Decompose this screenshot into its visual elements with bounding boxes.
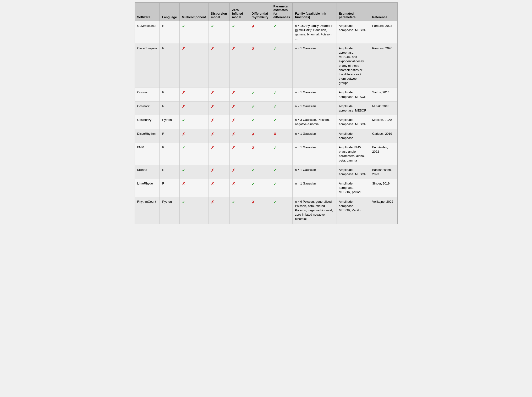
cell-differential: ✗ xyxy=(249,21,271,43)
cell-reference: Velikajne, 2022 xyxy=(370,197,397,224)
cell-dispersion: ✗ xyxy=(208,179,230,197)
cell-estimated_parameters: Amplitude, acrophase, MESOR xyxy=(336,88,370,101)
cross-icon: ✗ xyxy=(211,168,214,172)
cross-icon: ✗ xyxy=(211,200,214,204)
cell-zero_inflated: ✓ xyxy=(230,21,249,43)
cell-multicomponent: ✓ xyxy=(179,21,208,43)
cell-language: Python xyxy=(160,197,179,224)
check-icon: ✓ xyxy=(273,24,276,28)
cross-icon: ✗ xyxy=(252,146,255,150)
header-zero-inflated: Zero-inflated model xyxy=(230,3,249,21)
cell-software: DiscoRhythm xyxy=(135,129,160,143)
cell-software: Cosinor xyxy=(135,88,160,101)
cross-icon: ✗ xyxy=(211,47,214,51)
table-row: FMMR✓✗✗✗✓n = 1 GaussianAmplitude, FMM ph… xyxy=(135,143,397,165)
cell-language: R xyxy=(160,143,179,165)
header-software: Software xyxy=(135,3,160,21)
cell-family: n = 1 Gaussian xyxy=(292,88,336,101)
cell-dispersion: ✗ xyxy=(208,165,230,179)
check-icon: ✓ xyxy=(273,168,276,172)
cross-icon: ✗ xyxy=(211,132,214,136)
cell-differential: ✓ xyxy=(249,88,271,101)
cross-icon: ✗ xyxy=(211,105,214,109)
cell-parameter_estimates: ✓ xyxy=(271,143,292,165)
cell-multicomponent: ✗ xyxy=(179,101,208,115)
cell-differential: ✓ xyxy=(249,165,271,179)
cell-estimated_parameters: Amplitude, acrophase, MESOR xyxy=(336,101,370,115)
cell-dispersion: ✗ xyxy=(208,88,230,101)
cell-reference: Parsons, 2023 xyxy=(370,21,397,43)
check-icon: ✓ xyxy=(273,200,276,204)
cell-family: n = 1 Gaussian xyxy=(292,143,336,165)
cell-parameter_estimates: ✓ xyxy=(271,43,292,88)
cell-family: n = 1 Gaussian xyxy=(292,165,336,179)
table-row: GLMMcosinorR✓✓✓✗✓n > 15 Any family avila… xyxy=(135,21,397,43)
check-icon: ✓ xyxy=(252,182,255,186)
check-icon: ✓ xyxy=(252,168,255,172)
cell-parameter_estimates: ✓ xyxy=(271,165,292,179)
table-row: RhythmCountPython✓✗✓✗✓n = 6 Poisson, gen… xyxy=(135,197,397,224)
cell-reference: Carlucci, 2019 xyxy=(370,129,397,143)
cross-icon: ✗ xyxy=(182,182,185,186)
check-icon: ✓ xyxy=(273,182,276,186)
cell-parameter_estimates: ✓ xyxy=(271,115,292,129)
check-icon: ✓ xyxy=(273,47,276,51)
cross-icon: ✗ xyxy=(232,118,235,122)
cross-icon: ✗ xyxy=(182,132,185,136)
header-dispersion: Dispersion model xyxy=(208,3,230,21)
cell-multicomponent: ✓ xyxy=(179,165,208,179)
cell-parameter_estimates: ✓ xyxy=(271,179,292,197)
header-family: Family (available link functions) xyxy=(292,3,336,21)
cell-language: R xyxy=(160,88,179,101)
cross-icon: ✗ xyxy=(182,47,185,51)
header-language: Language xyxy=(160,3,179,21)
cell-zero_inflated: ✓ xyxy=(230,197,249,224)
comparison-table-wrapper: Software Language Multicomponent Dispers… xyxy=(135,2,398,224)
cross-icon: ✗ xyxy=(232,168,235,172)
cross-icon: ✗ xyxy=(252,24,255,28)
check-icon: ✓ xyxy=(182,146,185,150)
cell-multicomponent: ✓ xyxy=(179,197,208,224)
cross-icon: ✗ xyxy=(211,182,214,186)
cell-differential: ✗ xyxy=(249,143,271,165)
cell-reference: Sachs, 2014 xyxy=(370,88,397,101)
cell-language: R xyxy=(160,101,179,115)
check-icon: ✓ xyxy=(273,118,276,122)
cross-icon: ✗ xyxy=(252,132,255,136)
cell-multicomponent: ✗ xyxy=(179,179,208,197)
cross-icon: ✗ xyxy=(232,91,235,95)
cross-icon: ✗ xyxy=(273,132,276,136)
header-parameter-estimates: Parameter estimates for differences xyxy=(271,3,292,21)
table-row: LimoRhydeR✗✗✗✓✓n = 1 GaussianAmplitude, … xyxy=(135,179,397,197)
cross-icon: ✗ xyxy=(232,182,235,186)
check-icon: ✓ xyxy=(182,118,185,122)
cell-family: n = 3 Gaussian, Poisson, negative-binomi… xyxy=(292,115,336,129)
cell-parameter_estimates: ✗ xyxy=(271,129,292,143)
cell-reference: Fernández, 2022 xyxy=(370,143,397,165)
check-icon: ✓ xyxy=(182,24,185,28)
cell-differential: ✓ xyxy=(249,179,271,197)
table-row: CircaCompareR✗✗✗✗✓n = 1 GaussianAmplitud… xyxy=(135,43,397,88)
table-row: CosinorR✗✗✗✓✓n = 1 GaussianAmplitude, ac… xyxy=(135,88,397,101)
cell-dispersion: ✗ xyxy=(208,115,230,129)
cell-reference: Mutak, 2018 xyxy=(370,101,397,115)
cell-parameter_estimates: ✓ xyxy=(271,88,292,101)
cell-software: LimoRhyde xyxy=(135,179,160,197)
comparison-table: Software Language Multicomponent Dispers… xyxy=(135,3,397,224)
cross-icon: ✗ xyxy=(211,118,214,122)
cell-differential: ✗ xyxy=(249,43,271,88)
cell-language: R xyxy=(160,43,179,88)
cell-differential: ✗ xyxy=(249,129,271,143)
cell-multicomponent: ✓ xyxy=(179,115,208,129)
cell-zero_inflated: ✗ xyxy=(230,43,249,88)
header-differential: Differential rhythmicity xyxy=(249,3,271,21)
cell-software: CircaCompare xyxy=(135,43,160,88)
cell-zero_inflated: ✗ xyxy=(230,143,249,165)
header-multicomponent: Multicomponent xyxy=(179,3,208,21)
table-row: DiscoRhythmR✗✗✗✗✗n = 1 GaussianAmplitude… xyxy=(135,129,397,143)
cross-icon: ✗ xyxy=(232,105,235,109)
check-icon: ✓ xyxy=(211,24,214,28)
cell-family: n > 15 Any family avilable in {glmmTMB}:… xyxy=(292,21,336,43)
cross-icon: ✗ xyxy=(232,132,235,136)
cell-software: Kronos xyxy=(135,165,160,179)
